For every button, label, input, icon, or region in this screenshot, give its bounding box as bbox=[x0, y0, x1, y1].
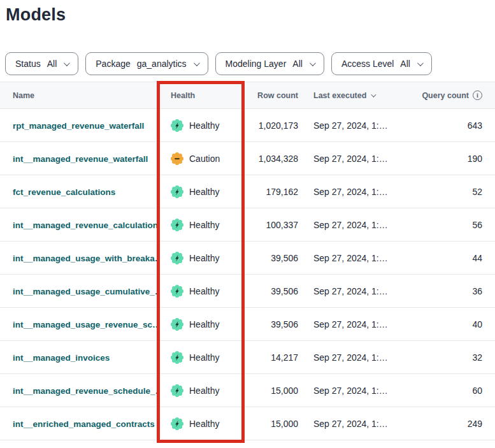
model-name-link[interactable]: int__managed_invoices bbox=[13, 353, 110, 363]
model-name-link[interactable]: int__managed_usage_cumulative_… bbox=[13, 287, 157, 296]
filter-button-status[interactable]: StatusAll bbox=[5, 52, 78, 75]
query-count-value: 56 bbox=[406, 220, 495, 230]
healthy-bolt-seal-icon bbox=[171, 185, 183, 198]
table-row: int__managed_usage_revenue_sc… Healthy 3… bbox=[0, 308, 495, 341]
table-row: fct_revenue_calculations Healthy 179,162… bbox=[0, 175, 495, 208]
health-status-label: Healthy bbox=[189, 352, 219, 363]
row-count-value: 100,337 bbox=[245, 220, 298, 230]
row-count-value: 39,506 bbox=[245, 286, 298, 296]
filter-value: ga_analytics bbox=[137, 59, 187, 69]
row-count-value: 39,506 bbox=[245, 253, 298, 263]
model-name-link[interactable]: rpt_managed_revenue_waterfall bbox=[13, 121, 144, 131]
table-row: int__managed_usage_cumulative_… Healthy … bbox=[0, 275, 495, 308]
column-header-query-count[interactable]: Query count i bbox=[406, 90, 495, 100]
health-cell: Healthy bbox=[157, 384, 245, 397]
filter-value: All bbox=[400, 59, 410, 69]
filter-value: All bbox=[47, 59, 57, 69]
column-header-last-executed-label: Last executed bbox=[313, 91, 366, 100]
last-executed-value: Sep 27, 2024, 1:… bbox=[298, 352, 406, 363]
models-table: Name Health Row count Last executed Quer… bbox=[0, 82, 495, 440]
filter-label: Access Level bbox=[341, 59, 394, 69]
row-count-value: 15,000 bbox=[245, 386, 298, 396]
healthy-bolt-seal-icon bbox=[171, 384, 183, 397]
last-executed-value: Sep 27, 2024, 1:… bbox=[298, 120, 406, 131]
last-executed-value: Sep 27, 2024, 1:… bbox=[298, 220, 406, 230]
model-name-link[interactable]: int__managed_revenue_calculations bbox=[13, 220, 157, 230]
health-cell: Healthy bbox=[157, 185, 245, 198]
model-name-link[interactable]: int__managed_revenue_waterfall bbox=[13, 154, 148, 164]
chevron-down-icon bbox=[417, 60, 424, 66]
query-count-value: 60 bbox=[406, 386, 495, 396]
filter-button-modeling-layer[interactable]: Modeling LayerAll bbox=[215, 52, 324, 75]
query-count-value: 249 bbox=[406, 419, 495, 429]
last-executed-value: Sep 27, 2024, 1:… bbox=[298, 253, 406, 263]
chevron-down-icon bbox=[194, 60, 200, 66]
health-status-label: Healthy bbox=[189, 253, 219, 263]
health-cell: Healthy bbox=[157, 417, 245, 430]
chevron-down-icon[interactable] bbox=[371, 92, 377, 97]
health-cell: Healthy bbox=[157, 318, 245, 331]
column-header-health[interactable]: Health bbox=[157, 91, 245, 100]
page-title: Models bbox=[0, 0, 495, 25]
health-status-label: Healthy bbox=[189, 419, 219, 429]
row-count-value: 14,217 bbox=[245, 352, 298, 363]
model-name-link[interactable]: int__enriched_managed_contracts bbox=[13, 419, 155, 429]
last-executed-value: Sep 27, 2024, 1:… bbox=[298, 386, 406, 396]
row-count-value: 1,034,328 bbox=[245, 154, 298, 164]
column-header-query-count-label: Query count bbox=[422, 91, 469, 100]
health-cell: Healthy bbox=[157, 219, 245, 231]
last-executed-value: Sep 27, 2024, 1:… bbox=[298, 286, 406, 296]
query-count-value: 52 bbox=[406, 187, 495, 197]
healthy-bolt-seal-icon bbox=[171, 417, 183, 430]
table-body: rpt_managed_revenue_waterfall Healthy 1,… bbox=[0, 109, 495, 440]
health-status-label: Healthy bbox=[189, 120, 219, 131]
column-header-row-count[interactable]: Row count bbox=[245, 91, 298, 100]
query-count-value: 190 bbox=[406, 154, 495, 164]
last-executed-value: Sep 27, 2024, 1:… bbox=[298, 187, 406, 197]
health-status-label: Healthy bbox=[189, 187, 219, 197]
column-header-last-executed[interactable]: Last executed bbox=[298, 91, 406, 100]
health-cell: Healthy bbox=[157, 119, 245, 132]
health-cell: Healthy bbox=[157, 252, 245, 264]
healthy-bolt-seal-icon bbox=[171, 252, 183, 264]
healthy-bolt-seal-icon bbox=[171, 119, 183, 132]
healthy-bolt-seal-icon bbox=[171, 219, 183, 231]
health-cell: Caution bbox=[157, 152, 245, 165]
model-name-link[interactable]: int__managed_revenue_schedule_… bbox=[13, 386, 157, 396]
model-name-link[interactable]: int__managed_usage_revenue_sc… bbox=[13, 320, 157, 329]
filter-label: Package bbox=[96, 59, 130, 69]
row-count-value: 179,162 bbox=[245, 187, 298, 197]
health-status-label: Healthy bbox=[189, 319, 219, 329]
query-count-value: 32 bbox=[406, 352, 495, 363]
health-status-label: Healthy bbox=[189, 386, 219, 396]
query-count-value: 44 bbox=[406, 253, 495, 263]
chevron-down-icon bbox=[64, 60, 70, 66]
health-cell: Healthy bbox=[157, 351, 245, 364]
table-row: int__managed_revenue_waterfall Caution 1… bbox=[0, 142, 495, 175]
filter-button-access-level[interactable]: Access LevelAll bbox=[331, 52, 432, 75]
row-count-value: 15,000 bbox=[245, 419, 298, 429]
query-count-value: 36 bbox=[406, 286, 495, 296]
model-name-link[interactable]: int__managed_usage_with_breaka… bbox=[13, 254, 157, 263]
health-status-label: Healthy bbox=[189, 286, 219, 296]
info-circle-icon[interactable]: i bbox=[473, 90, 482, 100]
model-name-link[interactable]: fct_revenue_calculations bbox=[13, 187, 115, 197]
table-row: int__managed_usage_with_breaka… Healthy … bbox=[0, 242, 495, 275]
health-status-label: Healthy bbox=[189, 220, 219, 230]
query-count-value: 643 bbox=[406, 120, 495, 131]
healthy-bolt-seal-icon bbox=[171, 285, 183, 298]
column-header-name[interactable]: Name bbox=[0, 91, 157, 100]
last-executed-value: Sep 27, 2024, 1:… bbox=[298, 154, 406, 164]
table-header-row: Name Health Row count Last executed Quer… bbox=[0, 82, 495, 109]
last-executed-value: Sep 27, 2024, 1:… bbox=[298, 419, 406, 429]
filter-value: All bbox=[292, 59, 303, 69]
filter-button-package[interactable]: Packagega_analytics bbox=[85, 52, 208, 75]
filter-bar: StatusAll Packagega_analytics Modeling L… bbox=[5, 52, 432, 75]
last-executed-value: Sep 27, 2024, 1:… bbox=[298, 319, 406, 329]
caution-dash-seal-icon bbox=[171, 152, 183, 165]
table-row: int__managed_revenue_schedule_… Healthy … bbox=[0, 374, 495, 407]
healthy-bolt-seal-icon bbox=[171, 351, 183, 364]
table-row: int__managed_invoices Healthy 14,217 Sep… bbox=[0, 341, 495, 374]
filter-label: Status bbox=[15, 59, 41, 69]
table-row: rpt_managed_revenue_waterfall Healthy 1,… bbox=[0, 109, 495, 142]
